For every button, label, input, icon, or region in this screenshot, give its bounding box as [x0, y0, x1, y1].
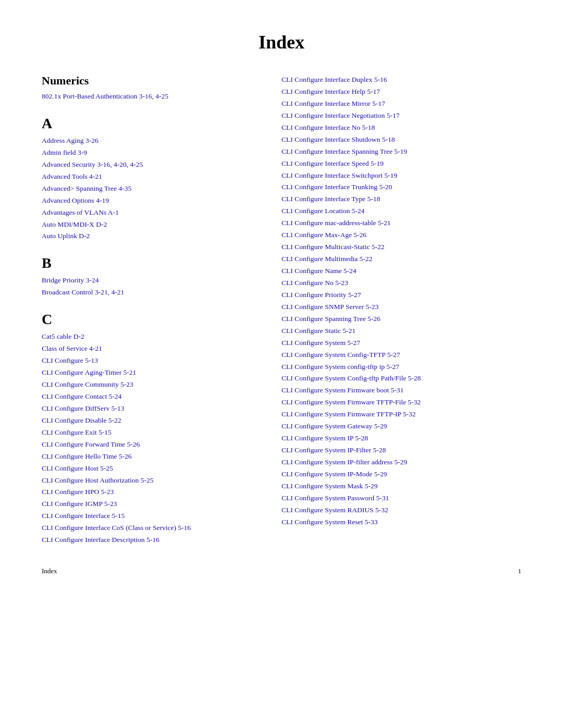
list-item[interactable]: CLI Configure Host 5-25 — [42, 463, 261, 475]
section-letter-a: A — [42, 115, 261, 132]
left-column: Numerics 802.1x Port-Based Authenticatio… — [42, 74, 261, 546]
page-title: Index — [42, 31, 521, 53]
list-item[interactable]: CLI Configure System Mask 5-29 — [282, 480, 521, 492]
list-item[interactable]: Admin field 3-9 — [42, 147, 261, 159]
list-item[interactable]: CLI Configure Interface CoS (Class or Se… — [42, 522, 261, 534]
list-item[interactable]: CLI Configure Max-Age 5-26 — [282, 229, 521, 241]
list-item[interactable]: CLI Configure DiffServ 5-13 — [42, 403, 261, 415]
list-item[interactable]: Advantages of VLANs A-1 — [42, 207, 261, 219]
list-item[interactable]: CLI Configure Interface Negotiation 5-17 — [282, 110, 521, 122]
list-item[interactable]: CLI Configure Spanning Tree 5-26 — [282, 313, 521, 325]
list-item[interactable]: Advanced> Spanning Tree 4-35 — [42, 183, 261, 195]
section-c: C Cat5 cable D-2 Class of Service 4-21 C… — [42, 311, 261, 546]
list-item[interactable]: CLI Configure Static 5-21 — [282, 325, 521, 337]
right-column: CLI Configure Interface Duplex 5-16 CLI … — [282, 74, 521, 546]
list-item[interactable]: CLI Configure Interface Shutdown 5-18 — [282, 134, 521, 146]
list-item[interactable]: CLI Configure Name 5-24 — [282, 265, 521, 277]
list-item[interactable]: CLI Configure Interface Type 5-18 — [282, 193, 521, 205]
list-item[interactable]: Advanced Security 3-16, 4-20, 4-25 — [42, 159, 261, 171]
list-item[interactable]: CLI Configure Interface Spanning Tree 5-… — [282, 146, 521, 158]
list-item[interactable]: CLI Configure System Firmware TFTP-IP 5-… — [282, 409, 521, 421]
section-a: A Address Aging 3-26 Admin field 3-9 Adv… — [42, 115, 261, 242]
numerics-section: Numerics 802.1x Port-Based Authenticatio… — [42, 74, 261, 103]
list-item[interactable]: CLI Configure System Password 5-31 — [282, 492, 521, 504]
list-item[interactable]: CLI Configure Interface Help 5-17 — [282, 86, 521, 98]
section-letter-c: C — [42, 311, 261, 328]
list-item[interactable]: CLI Configure 5-13 — [42, 355, 261, 367]
list-item[interactable]: CLI Configure System IP-filter address 5… — [282, 456, 521, 468]
footer-right: 1 — [518, 567, 522, 575]
list-item[interactable]: Advanced Options 4-19 — [42, 195, 261, 207]
list-item[interactable]: CLI Configure Forward Time 5-26 — [42, 439, 261, 451]
list-item[interactable]: CLI Configure System Firmware boot 5-31 — [282, 385, 521, 397]
list-item[interactable]: CLI Configure Hello Time 5-26 — [42, 451, 261, 463]
numerics-heading: Numerics — [42, 74, 261, 88]
list-item[interactable]: Class of Service 4-21 — [42, 343, 261, 355]
list-item[interactable]: Bridge Priority 3-24 — [42, 275, 261, 287]
list-item[interactable]: CLI Configure Interface Description 5-16 — [42, 534, 261, 546]
list-item[interactable]: CLI Configure HPO 5-23 — [42, 486, 261, 498]
list-item[interactable]: CLI Configure Community 5-23 — [42, 379, 261, 391]
list-item[interactable]: CLI Configure System Config-tftp Path/Fi… — [282, 373, 521, 385]
list-item[interactable]: CLI Configure System Reset 5-33 — [282, 516, 521, 528]
list-item[interactable]: Auto MDI/MDI-X D-2 — [42, 219, 261, 231]
list-item[interactable]: CLI Configure Disable 5-22 — [42, 415, 261, 427]
footer: Index 1 — [42, 567, 521, 575]
list-item[interactable]: CLI Configure System Gateway 5-29 — [282, 421, 521, 433]
list-item[interactable]: CLI Configure System RADIUS 5-32 — [282, 504, 521, 516]
list-item[interactable]: CLI Configure Interface Switchport 5-19 — [282, 170, 521, 182]
list-item[interactable]: CLI Configure System 5-27 — [282, 337, 521, 349]
list-item[interactable]: CLI Configure System Firmware TFTP-File … — [282, 397, 521, 409]
list-item[interactable]: CLI Configure Interface 5-15 — [42, 510, 261, 522]
list-item[interactable]: Address Aging 3-26 — [42, 135, 261, 147]
footer-left: Index — [42, 567, 57, 575]
list-item[interactable]: CLI Configure System IP-Mode 5-29 — [282, 468, 521, 480]
list-item[interactable]: CLI Configure Contact 5-24 — [42, 391, 261, 403]
list-item[interactable]: CLI Configure Aging-Timer 5-21 — [42, 367, 261, 379]
list-item[interactable]: CLI Configure Host Authorization 5-25 — [42, 475, 261, 487]
list-item[interactable]: CLI Configure No 5-23 — [282, 277, 521, 289]
list-item[interactable]: CLI Configure Multimedia 5-22 — [282, 253, 521, 265]
list-item[interactable]: CLI Configure Interface Duplex 5-16 — [282, 74, 521, 86]
list-item[interactable]: Broadcast Control 3-21, 4-21 — [42, 287, 261, 299]
list-item[interactable]: CLI Configure Priority 5-27 — [282, 289, 521, 301]
list-item[interactable]: CLI Configure IGMP 5-23 — [42, 498, 261, 510]
list-item[interactable]: CLI Configure System IP 5-28 — [282, 433, 521, 445]
list-item[interactable]: CLI Configure SNMP Server 5-23 — [282, 301, 521, 313]
list-item[interactable]: CLI Configure Interface Trunking 5-20 — [282, 181, 521, 193]
list-item[interactable]: CLI Configure Exit 5-15 — [42, 427, 261, 439]
list-item[interactable]: CLI Configure System config-tftp ip 5-27 — [282, 361, 521, 373]
list-item[interactable]: CLI Configure Interface Speed 5-19 — [282, 158, 521, 170]
list-item[interactable]: CLI Configure Interface Mirror 5-17 — [282, 98, 521, 110]
list-item[interactable]: CLI Configure Interface No 5-18 — [282, 122, 521, 134]
list-item[interactable]: Advanced Tools 4-21 — [42, 171, 261, 183]
list-item[interactable]: CLI Configure Multicast-Static 5-22 — [282, 241, 521, 253]
list-item[interactable]: 802.1x Port-Based Authentication 3-16, 4… — [42, 91, 261, 103]
list-item[interactable]: CLI Configure mac-address-table 5-21 — [282, 217, 521, 229]
list-item[interactable]: Auto Uplink D-2 — [42, 230, 261, 242]
list-item[interactable]: CLI Configure Location 5-24 — [282, 205, 521, 217]
list-item[interactable]: CLI Configure System Config-TFTP 5-27 — [282, 349, 521, 361]
section-letter-b: B — [42, 255, 261, 272]
list-item[interactable]: Cat5 cable D-2 — [42, 331, 261, 343]
section-b: B Bridge Priority 3-24 Broadcast Control… — [42, 255, 261, 299]
list-item[interactable]: CLI Configure System IP-Filter 5-28 — [282, 445, 521, 456]
